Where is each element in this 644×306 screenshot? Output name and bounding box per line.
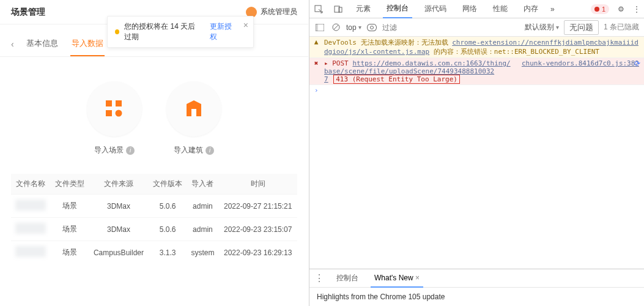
import-scene-card[interactable]: 导入场景 i bbox=[87, 81, 142, 155]
console-prompt[interactable]: › bbox=[309, 85, 644, 95]
devtools-tab-memory[interactable]: 内存 bbox=[520, 0, 542, 18]
col-version: 文件版本 bbox=[149, 174, 187, 195]
devtools-tab-elements[interactable]: 元素 bbox=[352, 0, 374, 18]
tab-basic-info[interactable]: 基本信息 bbox=[25, 32, 59, 56]
back-button[interactable]: ‹ bbox=[11, 39, 14, 49]
console-error-row[interactable]: ✖ ▸ POST https://demo.datawis.com.cn:166… bbox=[309, 58, 644, 85]
import-history-table: 文件名称 文件类型 文件来源 文件版本 导入者 时间 场景 3DMax 5.0.… bbox=[11, 174, 297, 264]
col-importer: 导入者 bbox=[187, 174, 218, 195]
info-icon[interactable]: i bbox=[205, 146, 214, 155]
error-count-badge[interactable]: 1 bbox=[591, 4, 609, 14]
drawer-tab-whatsnew[interactable]: What's New × bbox=[371, 269, 423, 288]
log-level-selector[interactable]: 默认级别 bbox=[525, 22, 559, 32]
console-messages: ▲ DevTools 无法加载来源映射：无法加载 chrome-extensio… bbox=[309, 37, 644, 269]
col-time: 时间 bbox=[218, 174, 297, 195]
context-selector[interactable]: top bbox=[346, 23, 361, 32]
svg-rect-2 bbox=[106, 110, 112, 116]
page-title: 场景管理 bbox=[11, 7, 45, 18]
drawer-tabbar: ⋮ 控制台 What's New × bbox=[309, 269, 644, 288]
license-toast: 您的授权将在 14 天后过期 更新授权 × bbox=[107, 16, 254, 48]
toast-close-button[interactable]: × bbox=[243, 20, 248, 30]
devtools-tabs-more[interactable]: » bbox=[550, 5, 555, 13]
warning-icon: ▲ bbox=[312, 38, 320, 56]
info-icon[interactable]: i bbox=[126, 146, 135, 155]
console-warning-text: DevTools 无法加载来源映射：无法加载 chrome-extension:… bbox=[324, 38, 639, 56]
kebab-menu-icon[interactable]: ⋮ bbox=[633, 5, 640, 13]
element-picker-icon[interactable] bbox=[313, 4, 324, 15]
redacted-name bbox=[15, 223, 46, 234]
redacted-name bbox=[15, 200, 46, 211]
console-error-text: ▸ POST https://demo.datawis.com.cn:1663/… bbox=[324, 59, 514, 83]
device-mode-icon[interactable] bbox=[333, 4, 344, 15]
table-row[interactable]: 场景 CampusBuilder 3.1.3 system 2022-09-23… bbox=[11, 241, 297, 264]
table-row[interactable]: 场景 3DMax 5.0.6 admin 2022-09-27 21:15:21 bbox=[11, 195, 297, 218]
import-building-label: 导入建筑 i bbox=[174, 145, 214, 155]
error-icon: ✖ bbox=[312, 59, 320, 83]
svg-line-11 bbox=[334, 25, 338, 29]
error-source-link[interactable]: chunk-vendors.8416d7c0.js:382 bbox=[518, 59, 639, 83]
admin-label: 系统管理员 bbox=[261, 7, 297, 17]
hidden-count[interactable]: 1 条已隐藏 bbox=[604, 22, 639, 32]
drawer-tab-close-icon[interactable]: × bbox=[415, 274, 420, 282]
settings-gear-icon[interactable]: ⚙ bbox=[618, 5, 624, 13]
console-warning-row[interactable]: ▲ DevTools 无法加载来源映射：无法加载 chrome-extensio… bbox=[309, 37, 644, 58]
building-icon bbox=[183, 98, 205, 120]
devtools-tab-performance[interactable]: 性能 bbox=[489, 0, 511, 18]
clear-console-icon[interactable] bbox=[330, 22, 341, 33]
toast-action-link[interactable]: 更新授权 bbox=[210, 21, 236, 42]
devtools-panel: 元素 控制台 源代码 网络 性能 内存 » 1 ⚙ ⋮ top 默认级别 无问题… bbox=[309, 0, 644, 306]
devtools-tab-console[interactable]: 控制台 bbox=[383, 0, 412, 18]
import-scene-label: 导入场景 i bbox=[94, 145, 135, 155]
devtools-tab-network[interactable]: 网络 bbox=[459, 0, 481, 18]
tab-import-data[interactable]: 导入数据 bbox=[70, 32, 105, 56]
drawer-menu-icon[interactable]: ⋮ bbox=[314, 272, 324, 284]
live-expression-eye-icon[interactable] bbox=[366, 22, 377, 33]
svg-rect-9 bbox=[316, 24, 318, 31]
svg-point-3 bbox=[116, 110, 122, 117]
svg-rect-0 bbox=[106, 100, 112, 106]
console-toolbar: top 默认级别 无问题 1 条已隐藏 bbox=[309, 18, 644, 37]
devtools-tab-sources[interactable]: 源代码 bbox=[421, 0, 450, 18]
drawer-tab-console[interactable]: 控制台 bbox=[333, 269, 362, 288]
import-cards: 导入场景 i 导入建筑 i bbox=[0, 57, 308, 174]
devtools-drawer: ⋮ 控制台 What's New × Highlights from the C… bbox=[309, 269, 644, 306]
svg-rect-1 bbox=[116, 100, 122, 106]
import-scene-icon-wrap bbox=[87, 81, 142, 136]
console-filter-input[interactable] bbox=[382, 23, 520, 32]
svg-rect-4 bbox=[191, 109, 196, 116]
grid-icon bbox=[103, 98, 125, 120]
devtools-tabbar: 元素 控制台 源代码 网络 性能 内存 » 1 ⚙ ⋮ bbox=[309, 0, 644, 18]
whatsnew-headline: Highlights from the Chrome 105 update bbox=[309, 288, 644, 306]
col-filename: 文件名称 bbox=[11, 174, 51, 195]
import-building-card[interactable]: 导入建筑 i bbox=[166, 81, 221, 155]
app-panel: 场景管理 系统管理员 您的授权将在 14 天后过期 更新授权 × ‹ 基本信息 … bbox=[0, 0, 309, 306]
refresh-icon[interactable]: ⟳ bbox=[634, 59, 640, 68]
col-source: 文件来源 bbox=[89, 174, 149, 195]
table-row[interactable]: 场景 3DMax 5.0.6 admin 2022-09-23 23:15:07 bbox=[11, 218, 297, 241]
import-building-icon-wrap bbox=[166, 81, 221, 136]
redacted-name bbox=[15, 246, 46, 257]
toast-message: 您的授权将在 14 天后过期 bbox=[124, 21, 201, 42]
console-sidebar-toggle-icon[interactable] bbox=[314, 22, 325, 33]
issues-button[interactable]: 无问题 bbox=[564, 20, 599, 35]
http-status: 413 (Request Entity Too Large) bbox=[333, 75, 460, 84]
col-filetype: 文件类型 bbox=[51, 174, 89, 195]
warning-dot-icon bbox=[115, 29, 119, 34]
